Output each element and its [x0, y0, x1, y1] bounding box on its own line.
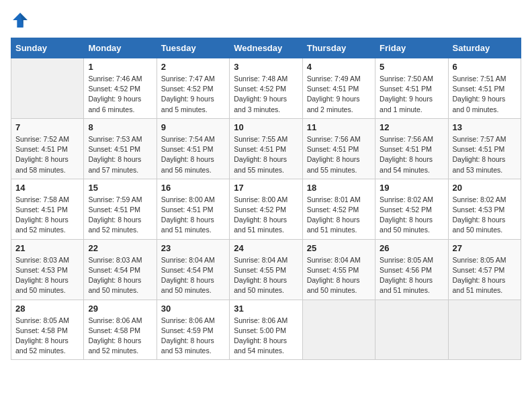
calendar-cell: 9Sunrise: 7:54 AM Sunset: 4:51 PM Daylig…	[157, 118, 229, 179]
calendar-cell: 10Sunrise: 7:55 AM Sunset: 4:51 PM Dayli…	[230, 118, 302, 179]
calendar-week-2: 7Sunrise: 7:52 AM Sunset: 4:51 PM Daylig…	[11, 118, 521, 179]
day-number: 22	[88, 243, 152, 253]
calendar-cell: 28Sunrise: 8:05 AM Sunset: 4:58 PM Dayli…	[11, 300, 84, 360]
calendar-cell: 22Sunrise: 8:03 AM Sunset: 4:54 PM Dayli…	[84, 239, 157, 300]
calendar-cell	[11, 58, 84, 119]
day-info: Sunrise: 8:04 AM Sunset: 4:55 PM Dayligh…	[307, 255, 371, 296]
day-info: Sunrise: 7:52 AM Sunset: 4:51 PM Dayligh…	[15, 134, 79, 175]
day-info: Sunrise: 7:54 AM Sunset: 4:51 PM Dayligh…	[161, 134, 225, 175]
day-header-tuesday: Tuesday	[157, 38, 229, 58]
calendar-cell: 5Sunrise: 7:50 AM Sunset: 4:51 PM Daylig…	[375, 58, 448, 119]
day-header-monday: Monday	[84, 38, 157, 58]
day-info: Sunrise: 8:00 AM Sunset: 4:52 PM Dayligh…	[234, 195, 298, 236]
calendar-cell: 16Sunrise: 8:00 AM Sunset: 4:51 PM Dayli…	[157, 179, 229, 239]
day-number: 14	[15, 183, 79, 193]
day-info: Sunrise: 8:00 AM Sunset: 4:51 PM Dayligh…	[161, 195, 225, 236]
day-header-friday: Friday	[375, 38, 448, 58]
day-number: 5	[380, 62, 443, 72]
day-info: Sunrise: 7:58 AM Sunset: 4:51 PM Dayligh…	[15, 195, 79, 236]
day-info: Sunrise: 8:01 AM Sunset: 4:52 PM Dayligh…	[307, 195, 371, 236]
calendar-cell: 23Sunrise: 8:04 AM Sunset: 4:54 PM Dayli…	[157, 239, 229, 300]
day-number: 13	[453, 122, 517, 132]
day-number: 8	[88, 122, 152, 132]
day-number: 24	[234, 243, 298, 253]
day-info: Sunrise: 7:56 AM Sunset: 4:51 PM Dayligh…	[380, 134, 443, 175]
calendar-cell: 4Sunrise: 7:49 AM Sunset: 4:51 PM Daylig…	[302, 58, 375, 119]
day-info: Sunrise: 8:06 AM Sunset: 4:58 PM Dayligh…	[88, 316, 152, 357]
day-number: 19	[380, 183, 443, 193]
day-number: 25	[307, 243, 371, 253]
day-info: Sunrise: 8:04 AM Sunset: 4:54 PM Dayligh…	[161, 255, 225, 296]
day-info: Sunrise: 8:02 AM Sunset: 4:53 PM Dayligh…	[453, 195, 517, 236]
logo	[11, 11, 32, 30]
calendar-cell: 7Sunrise: 7:52 AM Sunset: 4:51 PM Daylig…	[11, 118, 84, 179]
day-info: Sunrise: 8:03 AM Sunset: 4:54 PM Dayligh…	[88, 255, 152, 296]
calendar-cell: 14Sunrise: 7:58 AM Sunset: 4:51 PM Dayli…	[11, 179, 84, 239]
day-header-wednesday: Wednesday	[230, 38, 302, 58]
calendar-cell: 27Sunrise: 8:05 AM Sunset: 4:57 PM Dayli…	[448, 239, 521, 300]
calendar-cell: 30Sunrise: 8:06 AM Sunset: 4:59 PM Dayli…	[157, 300, 229, 360]
page-header	[11, 11, 521, 30]
day-header-sunday: Sunday	[11, 38, 84, 58]
calendar-table: SundayMondayTuesdayWednesdayThursdayFrid…	[11, 38, 521, 360]
day-info: Sunrise: 8:04 AM Sunset: 4:55 PM Dayligh…	[234, 255, 298, 296]
day-number: 31	[234, 304, 298, 314]
calendar-cell: 12Sunrise: 7:56 AM Sunset: 4:51 PM Dayli…	[375, 118, 448, 179]
day-number: 10	[234, 122, 298, 132]
day-info: Sunrise: 7:56 AM Sunset: 4:51 PM Dayligh…	[307, 134, 371, 175]
day-info: Sunrise: 7:55 AM Sunset: 4:51 PM Dayligh…	[234, 134, 298, 175]
day-number: 9	[161, 122, 225, 132]
day-number: 3	[234, 62, 298, 72]
day-number: 11	[307, 122, 371, 132]
calendar-cell: 3Sunrise: 7:48 AM Sunset: 4:52 PM Daylig…	[230, 58, 302, 119]
logo-icon	[11, 11, 30, 30]
day-info: Sunrise: 7:57 AM Sunset: 4:51 PM Dayligh…	[453, 134, 517, 175]
day-number: 26	[380, 243, 443, 253]
day-info: Sunrise: 7:59 AM Sunset: 4:51 PM Dayligh…	[88, 195, 152, 236]
day-number: 28	[15, 304, 79, 314]
day-number: 2	[161, 62, 225, 72]
calendar-cell: 18Sunrise: 8:01 AM Sunset: 4:52 PM Dayli…	[302, 179, 375, 239]
calendar-cell: 17Sunrise: 8:00 AM Sunset: 4:52 PM Dayli…	[230, 179, 302, 239]
day-number: 12	[380, 122, 443, 132]
day-info: Sunrise: 8:06 AM Sunset: 4:59 PM Dayligh…	[161, 316, 225, 357]
day-number: 15	[88, 183, 152, 193]
calendar-cell: 25Sunrise: 8:04 AM Sunset: 4:55 PM Dayli…	[302, 239, 375, 300]
calendar-cell: 1Sunrise: 7:46 AM Sunset: 4:52 PM Daylig…	[84, 58, 157, 119]
calendar-header: SundayMondayTuesdayWednesdayThursdayFrid…	[11, 38, 521, 58]
day-number: 17	[234, 183, 298, 193]
calendar-week-1: 1Sunrise: 7:46 AM Sunset: 4:52 PM Daylig…	[11, 58, 521, 119]
day-info: Sunrise: 7:49 AM Sunset: 4:51 PM Dayligh…	[307, 74, 371, 115]
calendar-cell: 15Sunrise: 7:59 AM Sunset: 4:51 PM Dayli…	[84, 179, 157, 239]
calendar-cell: 13Sunrise: 7:57 AM Sunset: 4:51 PM Dayli…	[448, 118, 521, 179]
calendar-cell: 20Sunrise: 8:02 AM Sunset: 4:53 PM Dayli…	[448, 179, 521, 239]
day-info: Sunrise: 8:05 AM Sunset: 4:56 PM Dayligh…	[380, 255, 443, 296]
day-number: 7	[15, 122, 79, 132]
day-info: Sunrise: 7:46 AM Sunset: 4:52 PM Dayligh…	[88, 74, 152, 115]
calendar-week-5: 28Sunrise: 8:05 AM Sunset: 4:58 PM Dayli…	[11, 300, 521, 360]
calendar-cell: 19Sunrise: 8:02 AM Sunset: 4:52 PM Dayli…	[375, 179, 448, 239]
calendar-cell: 26Sunrise: 8:05 AM Sunset: 4:56 PM Dayli…	[375, 239, 448, 300]
day-number: 16	[161, 183, 225, 193]
day-number: 27	[453, 243, 517, 253]
day-number: 20	[453, 183, 517, 193]
day-number: 6	[453, 62, 517, 72]
calendar-cell: 11Sunrise: 7:56 AM Sunset: 4:51 PM Dayli…	[302, 118, 375, 179]
calendar-week-3: 14Sunrise: 7:58 AM Sunset: 4:51 PM Dayli…	[11, 179, 521, 239]
calendar-body: 1Sunrise: 7:46 AM Sunset: 4:52 PM Daylig…	[11, 58, 521, 360]
calendar-week-4: 21Sunrise: 8:03 AM Sunset: 4:53 PM Dayli…	[11, 239, 521, 300]
day-number: 30	[161, 304, 225, 314]
day-number: 21	[15, 243, 79, 253]
header-row: SundayMondayTuesdayWednesdayThursdayFrid…	[11, 38, 521, 58]
day-info: Sunrise: 7:48 AM Sunset: 4:52 PM Dayligh…	[234, 74, 298, 115]
day-header-thursday: Thursday	[302, 38, 375, 58]
calendar-cell: 31Sunrise: 8:06 AM Sunset: 5:00 PM Dayli…	[230, 300, 302, 360]
calendar-cell: 6Sunrise: 7:51 AM Sunset: 4:51 PM Daylig…	[448, 58, 521, 119]
calendar-cell: 29Sunrise: 8:06 AM Sunset: 4:58 PM Dayli…	[84, 300, 157, 360]
calendar-cell	[375, 300, 448, 360]
day-number: 18	[307, 183, 371, 193]
day-info: Sunrise: 7:47 AM Sunset: 4:52 PM Dayligh…	[161, 74, 225, 115]
day-number: 1	[88, 62, 152, 72]
calendar-cell: 8Sunrise: 7:53 AM Sunset: 4:51 PM Daylig…	[84, 118, 157, 179]
calendar-cell: 21Sunrise: 8:03 AM Sunset: 4:53 PM Dayli…	[11, 239, 84, 300]
